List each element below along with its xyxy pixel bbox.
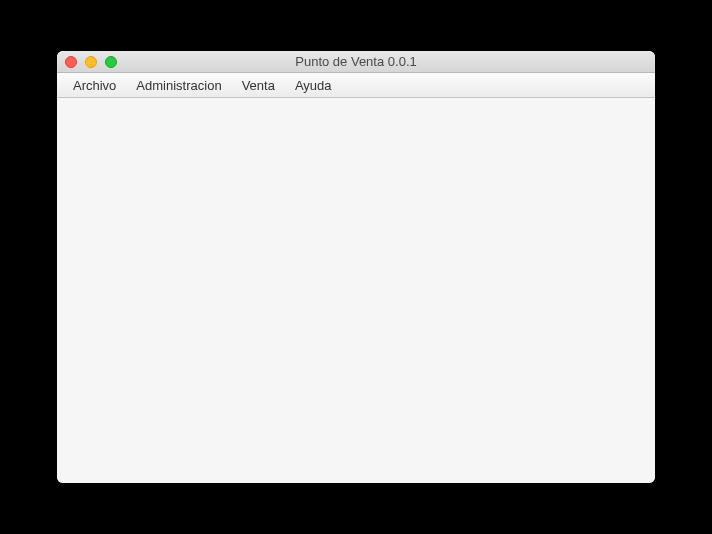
menubar: Archivo Administracion Venta Ayuda: [57, 73, 655, 98]
close-icon[interactable]: [65, 56, 77, 68]
app-window: Punto de Venta 0.0.1 Archivo Administrac…: [57, 51, 655, 483]
traffic-lights: [57, 56, 117, 68]
maximize-icon[interactable]: [105, 56, 117, 68]
menu-ayuda[interactable]: Ayuda: [285, 75, 342, 96]
minimize-icon[interactable]: [85, 56, 97, 68]
titlebar: Punto de Venta 0.0.1: [57, 51, 655, 73]
content-area: [57, 98, 655, 483]
menu-administracion[interactable]: Administracion: [126, 75, 231, 96]
window-title: Punto de Venta 0.0.1: [57, 54, 655, 69]
menu-archivo[interactable]: Archivo: [63, 75, 126, 96]
menu-venta[interactable]: Venta: [232, 75, 285, 96]
